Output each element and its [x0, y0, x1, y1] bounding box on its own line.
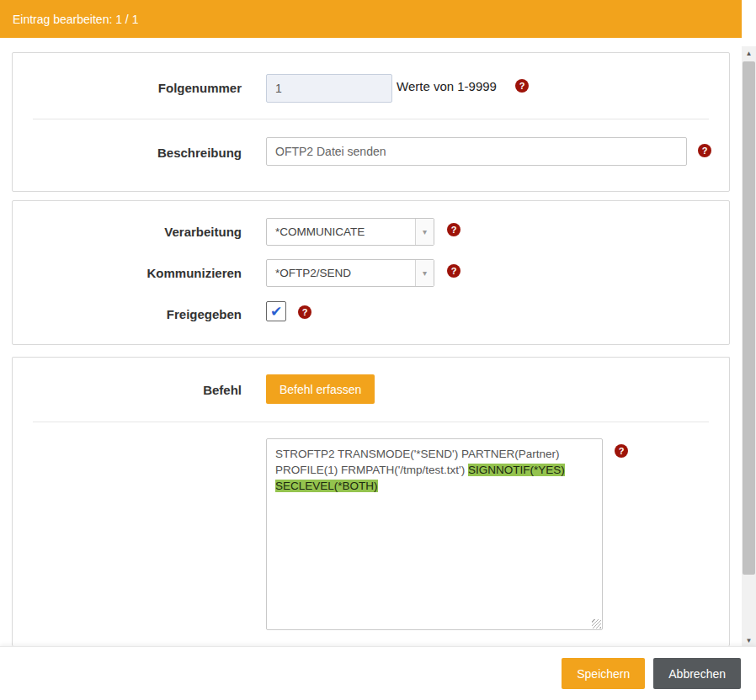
verarbeitung-selected-value: *COMMUNICATE	[267, 225, 415, 238]
folgenummer-label: Folgenummer	[13, 81, 242, 95]
beschreibung-label: Beschreibung	[13, 146, 242, 160]
section-processing: Verarbeitung *COMMUNICATE ▾ ? Kommunizie…	[12, 200, 730, 345]
chevron-down-icon: ▾	[415, 219, 434, 245]
modal-footer: Speichern Abbrechen	[0, 646, 756, 700]
freigegeben-checkbox[interactable]: ✔	[266, 301, 286, 321]
vertical-scrollbar[interactable]: ▲ ▼	[742, 46, 756, 648]
modal-header: Eintrag bearbeiten: 1 / 1	[0, 0, 742, 38]
cancel-button[interactable]: Abbrechen	[653, 658, 741, 689]
kommunizieren-label: Kommunizieren	[13, 266, 242, 280]
kommunizieren-help-icon[interactable]: ?	[447, 264, 461, 278]
command-separator	[565, 464, 568, 476]
kommunizieren-selected-value: *OFTP2/SEND	[267, 267, 415, 279]
section-general: Folgenummer Werte von 1-9999 ? Beschreib…	[12, 52, 730, 192]
beschreibung-input[interactable]	[266, 137, 687, 166]
folgenummer-help-icon[interactable]: ?	[515, 79, 529, 93]
freigegeben-label: Freigegeben	[13, 307, 242, 321]
resize-handle[interactable]	[592, 619, 601, 628]
command-highlight-signnotif: SIGNNOTIF(*YES)	[468, 464, 565, 476]
verarbeitung-label: Verarbeitung	[13, 225, 242, 239]
checkmark-icon: ✔	[270, 303, 282, 321]
beschreibung-help-icon[interactable]: ?	[698, 144, 711, 157]
modal-title: Eintrag bearbeiten: 1 / 1	[13, 13, 138, 26]
divider	[33, 119, 709, 119]
divider	[33, 422, 709, 422]
befehl-erfassen-button[interactable]: Befehl erfassen	[266, 374, 375, 404]
command-highlight-seclevel: SECLEVEL(*BOTH)	[275, 480, 378, 492]
kommunizieren-select[interactable]: *OFTP2/SEND ▾	[266, 259, 434, 287]
command-textarea[interactable]: STROFTP2 TRANSMODE('*SEND') PARTNER(Part…	[266, 438, 603, 630]
befehl-label: Befehl	[13, 383, 242, 397]
save-button[interactable]: Speichern	[562, 658, 645, 689]
scroll-up-icon[interactable]: ▲	[742, 46, 756, 61]
section-command: Befehl Befehl erfassen STROFTP2 TRANSMOD…	[12, 357, 730, 646]
folgenummer-hint: Werte von 1-9999	[397, 79, 497, 93]
chevron-down-icon: ▾	[415, 260, 434, 286]
scrollbar-thumb[interactable]	[743, 61, 755, 575]
verarbeitung-select[interactable]: *COMMUNICATE ▾	[266, 218, 434, 246]
verarbeitung-help-icon[interactable]: ?	[447, 223, 461, 236]
folgenummer-input[interactable]	[266, 74, 392, 103]
befehl-help-icon[interactable]: ?	[615, 444, 628, 458]
freigegeben-help-icon[interactable]: ?	[298, 305, 311, 319]
